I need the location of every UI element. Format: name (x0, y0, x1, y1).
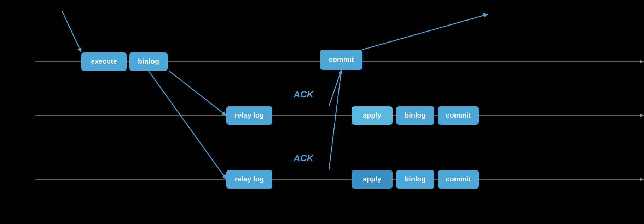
diagram-canvas (0, 0, 644, 224)
